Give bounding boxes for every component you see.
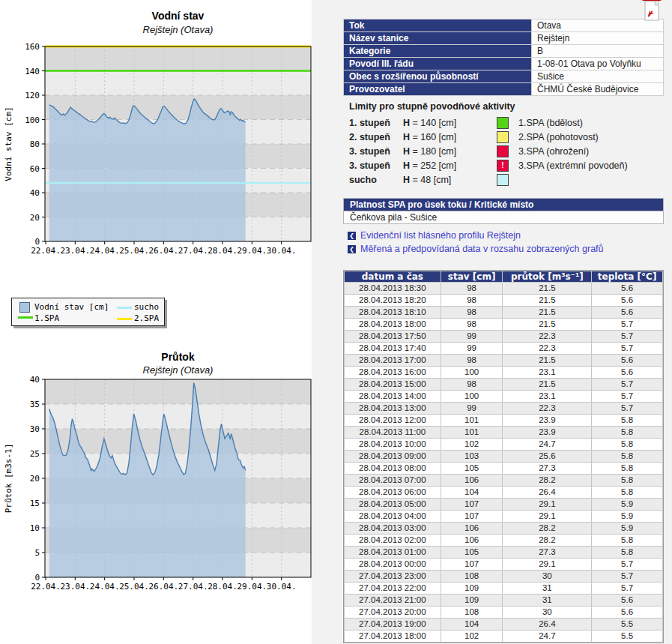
cell-stage: 108 [441,607,503,618]
cell-datetime: 27.04.2013 21:00 [345,595,441,606]
cell-temperature: 5.9 [592,499,662,510]
limit-color-swatch [497,117,509,129]
table-row: 28.04.2013 06:0010426.45.8 [345,487,662,498]
cell-datetime: 28.04.2013 14:00 [345,391,441,402]
cell-datetime: 28.04.2013 17:00 [345,355,441,366]
svg-text:30.04.: 30.04. [267,582,297,592]
limit-color-swatch [497,174,509,186]
cell-temperature: 5.6 [592,295,662,306]
cell-datetime: 28.04.2013 18:20 [345,295,441,306]
table-row: 28.04.2013 14:0010023.15.7 [345,391,662,402]
cell-temperature: 5.8 [592,535,662,546]
link-chevron-icon[interactable]: ❮ [348,245,356,253]
table-row: 28.04.2013 18:109821.55.6 [345,307,662,318]
table-row: 27.04.2013 18:0010224.75.5 [345,631,662,642]
cell-temperature: 5.8 [592,547,662,558]
limit-row: 2. stupeňH = 160 [cm]2.SPA (pohotovost) [349,131,664,145]
cell-datetime: 28.04.2013 13:00 [345,403,441,414]
table-row: 28.04.2013 12:0010123.95.8 [345,415,662,426]
cell-flow: 22.3 [503,343,591,354]
svg-text:Rejštejn (Otava): Rejštejn (Otava) [143,24,214,35]
station-info-label: Tok [344,19,532,32]
cell-temperature: 5.5 [592,619,662,630]
cell-datetime: 28.04.2013 06:00 [345,487,441,498]
limit-name: 2. stupeň [349,132,390,142]
table-row: 27.04.2013 22:00109315.7 [345,583,662,594]
svg-text:24.04.: 24.04. [90,246,120,256]
cell-temperature: 5.6 [592,607,662,618]
cell-stage: 104 [441,487,503,498]
links-section: ❮Evidenční list hlásného profilu Rejštej… [343,229,664,256]
cell-stage: 106 [441,475,503,486]
spa-header: Platnost SPA pro úsek toku / Kritické mí… [344,199,664,211]
cell-temperature: 5.8 [592,415,662,426]
link-row: ❮Měřená a předpovídaná data v rozsahu zo… [348,242,664,256]
measurements-table: datum a časstav [cm]průtok [m³s⁻¹]teplot… [343,270,664,643]
cell-flow: 27.3 [503,463,591,474]
cell-datetime: 28.04.2013 03:00 [345,523,441,534]
text-link[interactable]: Měřená a předpovídaná data v rozsahu zob… [360,244,604,254]
cell-flow: 23.9 [503,427,591,438]
svg-text:10: 10 [30,523,40,533]
cell-datetime: 28.04.2013 17:50 [345,331,441,342]
table-row: 28.04.2013 15:009821.55.7 [345,379,662,390]
cell-temperature: 5.6 [592,367,662,378]
limit-color-swatch: ! [497,160,509,172]
station-info-row: KategorieB [344,45,664,58]
cell-flow: 27.3 [503,547,591,558]
legend-label: 2.SPA [134,313,159,323]
cell-flow: 29.1 [503,559,591,570]
station-info-value: 1-08-01 Otava po Volyňku [532,58,664,70]
limit-threshold: H = 140 [cm] [403,118,456,128]
cell-stage: 106 [441,535,503,546]
text-link[interactable]: Evidenční list hlásného profilu Rejštejn [360,230,521,241]
svg-text:Vodní stav: Vodní stav [152,10,205,22]
measurements-header-row: datum a časstav [cm]průtok [m³s⁻¹]teplot… [345,271,662,282]
svg-text:40: 40 [30,375,40,385]
table-row: 27.04.2013 21:00109315.6 [345,595,662,606]
limit-desc: 1.SPA (bdělost) [518,118,583,128]
cell-temperature: 5.7 [592,403,662,414]
cell-datetime: 27.04.2013 22:00 [345,583,441,594]
cell-datetime: 28.04.2013 10:00 [345,439,441,450]
limit-desc: 3.SPA (ohrožení) [518,146,589,157]
cell-stage: 102 [441,439,503,450]
svg-text:35: 35 [30,400,40,409]
cell-temperature: 5.6 [592,283,662,294]
svg-text:23.04.: 23.04. [60,582,90,592]
cell-flow: 28.2 [503,535,591,546]
svg-text:25: 25 [30,449,40,459]
cell-stage: 99 [441,331,503,342]
table-row: 27.04.2013 20:00108305.6 [345,607,662,618]
cell-flow: 29.1 [503,511,591,522]
svg-text:22.04.: 22.04. [31,582,61,592]
cell-stage: 98 [441,379,503,390]
svg-text:60: 60 [30,164,40,174]
link-chevron-icon[interactable]: ❮ [348,232,356,240]
cell-datetime: 28.04.2013 01:00 [345,547,441,558]
cell-datetime: 28.04.2013 11:00 [345,427,441,438]
cell-stage: 99 [441,403,503,414]
svg-text:28.04.: 28.04. [208,582,237,592]
svg-text:120: 120 [25,91,40,100]
table-row: 28.04.2013 07:0010628.25.8 [345,475,662,486]
limit-row: 3. stupeňH = 252 [cm]!3.SPA (extrémní po… [349,160,664,174]
cell-stage: 107 [441,499,503,510]
table-row: 28.04.2013 17:409922.35.7 [345,343,662,354]
cell-datetime: 28.04.2013 00:00 [345,559,441,570]
table-row: 28.04.2013 17:509922.35.7 [345,331,662,342]
limit-color-swatch [497,131,509,143]
svg-text:80: 80 [30,139,40,149]
pdf-icon[interactable] [641,0,662,23]
cell-stage: 106 [441,523,503,534]
cell-temperature: 5.7 [592,391,662,402]
cell-stage: 100 [441,391,503,402]
legend-area-swatch [19,302,30,313]
limit-row: 1. stupeňH = 140 [cm]1.SPA (bdělost) [349,117,664,131]
svg-text:24.04.: 24.04. [90,582,120,592]
cell-datetime: 28.04.2013 18:10 [345,307,441,318]
table-row: 28.04.2013 18:209821.55.6 [345,295,662,306]
table-row: 28.04.2013 18:009821.55.7 [345,319,662,330]
cell-temperature: 5.8 [592,451,662,462]
cell-flow: 22.3 [503,331,591,342]
